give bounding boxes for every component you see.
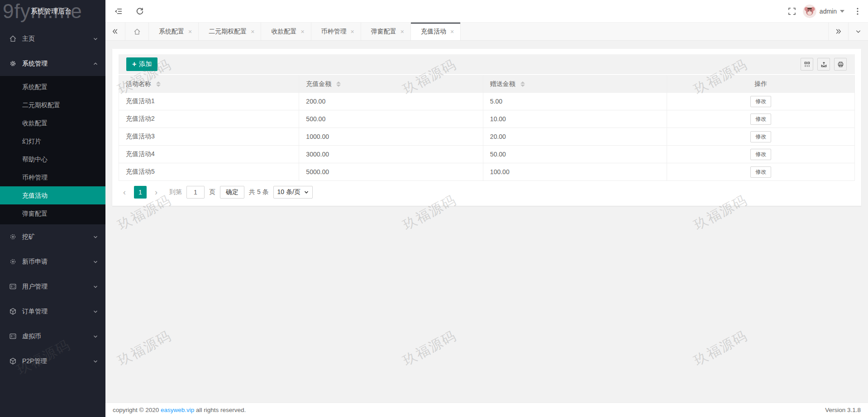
pagination: ‹ 1 › 到第 页 确定 共 5 条 10 条/页 (119, 181, 855, 200)
sidebar-subitem-recharge-activity[interactable]: 充值活动 (0, 186, 105, 204)
cube-icon (9, 308, 17, 315)
cell-recharge-amount: 500.00 (299, 110, 483, 128)
sidebar-subitem-popup-config[interactable]: 弹窗配置 (0, 204, 105, 223)
chevron-down-icon (93, 259, 98, 265)
user-menu[interactable]: admin (803, 5, 844, 18)
close-icon[interactable]: × (300, 28, 304, 35)
mining-icon (9, 233, 17, 241)
columns-filter-button[interactable] (801, 58, 813, 71)
sidebar-submenu-system: 系统配置 二元期权配置 收款配置 幻灯片 帮助中心 币种管理 充值活动 弹窗配置 (0, 76, 105, 224)
tab-recharge-activity[interactable]: 充值活动 × (411, 23, 461, 40)
edit-button[interactable]: 修改 (750, 166, 771, 178)
footer: copyright © 2020 easyweb.vip all rights … (105, 403, 868, 417)
tabs-scroll-left-icon[interactable] (105, 23, 125, 40)
cell-bonus-amount: 100.00 (483, 163, 667, 181)
sidebar-subitem-slideshow[interactable]: 幻灯片 (0, 132, 105, 150)
column-header-activity-name[interactable]: 活动名称 (119, 76, 299, 93)
kebab-menu-icon[interactable] (854, 7, 862, 16)
tab-home-icon[interactable] (125, 23, 149, 40)
sidebar-collapse-icon[interactable] (114, 7, 123, 16)
plus-icon: + (132, 61, 136, 68)
gear-icon (9, 60, 17, 67)
close-icon[interactable]: × (188, 28, 192, 35)
tab-currency-management[interactable]: 币种管理 × (311, 23, 361, 40)
sidebar-subitem-currency-management[interactable]: 币种管理 (0, 168, 105, 186)
new-coin-icon (9, 258, 17, 265)
cell-recharge-amount: 1000.00 (299, 128, 483, 146)
edit-button[interactable]: 修改 (750, 131, 771, 142)
sidebar-subitem-system-config[interactable]: 系统配置 (0, 78, 105, 96)
avatar (803, 5, 816, 18)
id-card-icon (9, 283, 17, 290)
cell-recharge-amount: 200.00 (299, 93, 483, 110)
sidebar-subitem-help-center[interactable]: 帮助中心 (0, 150, 105, 168)
sidebar-item-system-management[interactable]: 系统管理 (0, 51, 105, 76)
sidebar-item-label: 用户管理 (22, 283, 93, 291)
table-tool-buttons (801, 58, 847, 71)
goto-page-label: 到第 (169, 188, 182, 196)
sidebar-item-label: P2P管理 (22, 357, 93, 365)
cell-activity-name: 充值活动1 (119, 93, 299, 110)
tab-binary-option-config[interactable]: 二元期权配置 × (199, 23, 261, 40)
cell-recharge-amount: 3000.00 (299, 146, 483, 163)
table-row: 充值活动5 5000.00 100.00 修改 (119, 163, 855, 181)
table-row: 充值活动3 1000.00 20.00 修改 (119, 128, 855, 146)
sidebar-item-mining[interactable]: 挖矿 (0, 224, 105, 249)
tab-payment-config[interactable]: 收款配置 × (261, 23, 311, 40)
app-root: 系统管理后台 主页 系统管理 系统 (0, 0, 868, 417)
sidebar-item-p2p-management[interactable]: P2P管理 (0, 349, 105, 374)
cell-activity-name: 充值活动5 (119, 163, 299, 181)
edit-button[interactable]: 修改 (750, 114, 771, 125)
sort-icon (156, 81, 161, 87)
column-header-actions: 操作 (667, 76, 855, 93)
page-size-select[interactable]: 10 条/页 (273, 186, 313, 199)
home-icon (9, 35, 17, 43)
tabs-dropdown-icon[interactable] (848, 23, 868, 40)
chevron-down-icon (93, 284, 98, 289)
fullscreen-icon[interactable] (787, 7, 796, 16)
export-icon (820, 61, 827, 68)
cell-bonus-amount: 10.00 (483, 110, 667, 128)
close-icon[interactable]: × (450, 28, 454, 35)
tabs-scroll-right-icon[interactable] (828, 23, 848, 40)
sidebar-item-virtual-currency[interactable]: 虚拟币 (0, 324, 105, 349)
goto-page-input[interactable] (186, 186, 205, 199)
sidebar-item-order-management[interactable]: 订单管理 (0, 299, 105, 324)
sidebar-subitem-binary-option-config[interactable]: 二元期权配置 (0, 96, 105, 114)
sidebar-item-home[interactable]: 主页 (0, 26, 105, 51)
sort-icon (336, 81, 341, 87)
next-page-icon[interactable]: › (151, 186, 161, 199)
tabbar: 系统配置 × 二元期权配置 × 收款配置 × 币种管理 × 弹窗配置 × 充值活… (105, 23, 868, 41)
column-header-bonus-amount[interactable]: 赠送金额 (483, 76, 667, 93)
column-header-recharge-amount[interactable]: 充值金额 (299, 76, 483, 93)
print-button[interactable] (834, 58, 847, 71)
close-icon[interactable]: × (351, 28, 354, 35)
close-icon[interactable]: × (251, 28, 254, 35)
tab-popup-config[interactable]: 弹窗配置 × (361, 23, 411, 40)
add-button[interactable]: + 添加 (126, 57, 157, 71)
sidebar-item-label: 挖矿 (22, 233, 93, 241)
sidebar-item-user-management[interactable]: 用户管理 (0, 274, 105, 299)
version-label: Version 3.1.8 (825, 407, 861, 413)
chevron-down-icon (93, 359, 98, 364)
sidebar-subitem-payment-config[interactable]: 收款配置 (0, 114, 105, 132)
table-card: + 添加 (112, 49, 861, 206)
confirm-page-button[interactable]: 确定 (220, 186, 244, 199)
print-icon (837, 61, 844, 68)
close-icon[interactable]: × (401, 28, 404, 35)
edit-button[interactable]: 修改 (750, 149, 771, 160)
tabbar-spacer (461, 23, 828, 40)
chevron-down-icon (93, 309, 98, 314)
export-button[interactable] (817, 58, 830, 71)
refresh-icon[interactable] (135, 7, 144, 16)
app-title: 系统管理后台 (0, 0, 105, 23)
page-number-current[interactable]: 1 (134, 186, 147, 199)
sidebar-item-label: 系统管理 (22, 60, 93, 68)
topbar-left (114, 7, 144, 16)
sidebar-item-new-coin-application[interactable]: 新币申请 (0, 249, 105, 274)
table-row: 充值活动1 200.00 5.00 修改 (119, 93, 855, 110)
edit-button[interactable]: 修改 (750, 96, 771, 107)
tab-system-config[interactable]: 系统配置 × (149, 23, 199, 40)
easyweb-link[interactable]: easyweb.vip (161, 407, 194, 413)
prev-page-icon[interactable]: ‹ (119, 186, 129, 199)
